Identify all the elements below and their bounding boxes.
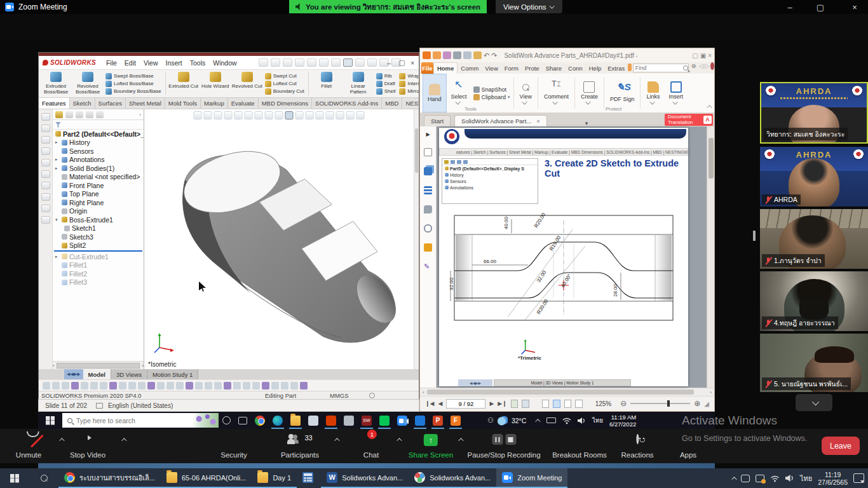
tab-surfaces[interactable]: Surfaces [95, 98, 126, 109]
tree-item-sensors[interactable]: Sensors [53, 147, 144, 156]
sketch-tool-icon[interactable] [90, 382, 98, 390]
view-tool-icon[interactable] [214, 111, 222, 119]
intersect-button[interactable]: Intersect [399, 80, 419, 87]
volume-icon[interactable] [785, 474, 794, 482]
taskbar-item-zoom[interactable]: Zoom Meeting [496, 468, 567, 488]
home-icon[interactable] [295, 58, 304, 67]
minimize-button[interactable]: – [780, 3, 799, 12]
tab-scroll-arrows[interactable]: ◀◀▶▶ [64, 369, 83, 379]
foxit-taskbar-icon[interactable]: F [451, 416, 461, 426]
sketch-tool-icon[interactable] [252, 382, 260, 390]
lofted-cut-button[interactable]: Lofted Cut [265, 80, 304, 87]
prev-view-icon[interactable]: ◁ [699, 62, 703, 74]
tab-mold-tools[interactable]: Mold Tools [165, 98, 201, 109]
toolbar-extra-icon[interactable] [355, 58, 365, 67]
sketch-tool-icon[interactable] [271, 382, 279, 390]
chat-options-caret[interactable] [397, 438, 402, 443]
single-page-view-icon[interactable] [542, 400, 549, 408]
tree-item-top-plane[interactable]: Top Plane [53, 190, 144, 199]
side-tool-icon[interactable] [41, 182, 50, 189]
clock[interactable]: 11:19 27/6/2565 [818, 471, 848, 486]
participant-tile-speaker[interactable]: AHRDA วิทยากร: สมเดช อิงคะวะระ [760, 82, 868, 144]
participant-tile[interactable]: 5. นายณัฐชนน พรพันธ์เ... [760, 334, 868, 392]
tab-sheet-metal[interactable]: Sheet Metal [126, 98, 165, 109]
sketch-tool-icon[interactable] [109, 382, 117, 390]
tree-hscrollbar[interactable]: ‹› [53, 361, 144, 369]
action-center-icon[interactable] [853, 473, 864, 483]
view-tool-icon[interactable] [194, 111, 202, 119]
prev-view-button[interactable] [511, 400, 518, 408]
sw-close-button[interactable]: × [410, 59, 414, 67]
side-tool-icon[interactable] [41, 113, 50, 121]
tree-item-split2[interactable]: Split2 [53, 241, 144, 250]
featuremanager-tab-icon[interactable] [55, 111, 63, 118]
view-tool-icon[interactable] [204, 111, 212, 119]
office-app-icon[interactable] [326, 416, 336, 426]
extruded-boss-button[interactable]: Extruded Boss/Base [40, 70, 72, 97]
find-box[interactable] [633, 64, 689, 72]
bookmarks-icon[interactable] [424, 148, 432, 156]
draft-button[interactable]: Draft [376, 80, 396, 87]
menu-file[interactable]: File [102, 59, 121, 67]
sketch-tool-icon[interactable] [52, 382, 60, 390]
redo-icon[interactable]: ↷ [491, 51, 497, 60]
zoom-in-icon[interactable]: ⊕ [694, 399, 700, 408]
revolved-cut-button[interactable]: Revolved Cut [231, 70, 263, 97]
display-manager-tab-icon[interactable] [96, 111, 104, 118]
audio-options-caret[interactable] [59, 438, 64, 443]
chrome-icon[interactable] [255, 416, 265, 426]
hole-wizard-button[interactable]: Hole Wizard [200, 70, 231, 97]
file-tab[interactable]: File [421, 62, 433, 74]
shared-search-box[interactable] [62, 413, 219, 428]
sketch-tool-icon[interactable] [290, 382, 298, 390]
sketch-tool-icon[interactable] [157, 382, 165, 390]
next-view-icon[interactable]: ▷ [705, 62, 709, 74]
sketch-tool-icon[interactable] [224, 382, 231, 390]
menu-tools[interactable]: Tools [186, 59, 210, 67]
tree-item-annotations[interactable]: ▸Annotations [53, 156, 144, 165]
sketch-tool-icon[interactable] [176, 382, 184, 390]
tree-item-fillet3[interactable]: Fillet3 [53, 278, 144, 287]
find-input[interactable] [634, 65, 683, 71]
status-units[interactable]: MMGS [330, 392, 349, 399]
attachments-icon[interactable] [424, 224, 432, 233]
view-tool-icon[interactable] [265, 111, 273, 119]
sketch-tool-icon[interactable] [71, 382, 79, 390]
view-tool-icon[interactable] [224, 111, 233, 119]
tab-mbd-dimensions[interactable]: MBD Dimensions [259, 98, 312, 109]
create-tool-button[interactable]: Create [576, 74, 602, 112]
hand-tool-button[interactable]: Hand [423, 74, 447, 112]
view-tool-icon[interactable] [336, 111, 344, 119]
home-icon[interactable] [331, 58, 341, 67]
tab-markup[interactable]: Markup [201, 98, 228, 109]
tree-item-sketch1[interactable]: Sketch1 [53, 224, 144, 233]
swept-boss-button[interactable]: Swept Boss/Base [105, 72, 161, 79]
fx-close-icon[interactable]: × [708, 52, 712, 59]
participant-tile[interactable]: 4.ทฤษฎี อายะวรรณา [760, 271, 868, 331]
view-tool-icon[interactable] [306, 111, 314, 119]
zoom-slider[interactable] [630, 403, 690, 404]
tree-item-origin[interactable]: Origin [53, 207, 144, 216]
rollback-bar[interactable] [54, 250, 142, 252]
zoom-out-icon[interactable]: ⊖ [620, 399, 627, 408]
view-tab[interactable]: View [482, 62, 501, 74]
fx-maximize-icon[interactable]: ▣ [700, 52, 706, 59]
toolbar-extra-icon[interactable] [367, 58, 377, 67]
select-tool-icon[interactable] [343, 58, 353, 67]
tree-item-cut-extrude1[interactable]: ▸Cut-Extrude1 [53, 252, 144, 261]
menu-window[interactable]: Window [209, 59, 240, 67]
home-icon[interactable] [283, 58, 292, 67]
clipboard-button[interactable]: Clipboard ▾ [473, 93, 510, 100]
sketch-tool-icon[interactable] [195, 382, 203, 390]
sketch-tool-icon[interactable] [43, 382, 50, 390]
continuous-view-icon[interactable] [575, 400, 582, 408]
share-tab[interactable]: Share [543, 62, 565, 74]
help-tab[interactable]: Help [586, 62, 605, 74]
tab-mbd[interactable]: MBD [382, 98, 402, 109]
sketch-tool-icon[interactable] [81, 382, 88, 390]
people-tray-icon[interactable]: ⚇ [487, 416, 494, 424]
open-icon[interactable] [433, 51, 441, 59]
side-tool-icon[interactable] [41, 159, 50, 166]
task-view-icon[interactable] [238, 417, 247, 424]
swept-cut-button[interactable]: Swept Cut [265, 72, 304, 79]
